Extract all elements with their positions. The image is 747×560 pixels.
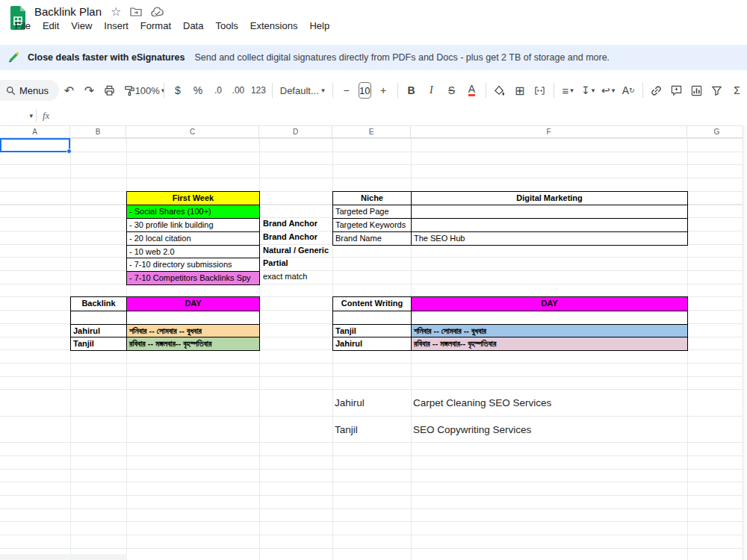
redo-button[interactable]: ↷	[80, 81, 99, 100]
niche-value-cell[interactable]: The SEO Hub	[412, 231, 687, 245]
schedule-name-cell[interactable]: Jahirul	[71, 324, 127, 337]
schedule-days-cell[interactable]: রবিবার -- মঙ্গলবার-- বৃহস্পতিবার	[412, 337, 687, 350]
print-button[interactable]	[100, 81, 119, 100]
undo-button[interactable]: ↶	[60, 81, 78, 100]
name-box[interactable]: ▾	[0, 108, 33, 124]
empty-cell[interactable]	[127, 311, 259, 324]
text-rotation-button[interactable]: A↻	[619, 81, 638, 100]
menus-search-pill[interactable]: Menus	[0, 80, 59, 101]
add-comment-button[interactable]	[667, 81, 686, 100]
increase-font-size-button[interactable]: +	[374, 81, 393, 100]
menu-view[interactable]: View	[65, 19, 98, 33]
schedule-header-cell[interactable]: Content Writing	[333, 297, 412, 311]
task-cell[interactable]: - 7-10 Competitors Backlinks Spy	[127, 271, 259, 284]
decrease-font-size-button[interactable]: −	[337, 81, 356, 100]
niche-label-cell[interactable]: Targeted Page	[333, 205, 412, 218]
text-wrap-button[interactable]: ↩▾	[599, 81, 618, 100]
assignment-row[interactable]: Jahirul Carpet Cleaning SEO Services	[0, 390, 743, 416]
task-cell[interactable]: - 7-10 directory submissions	[127, 258, 259, 271]
font-selector[interactable]: Default...▾	[277, 81, 328, 100]
banner-body: Send and collect digital signatures dire…	[195, 52, 610, 63]
empty-cell[interactable]	[333, 311, 412, 324]
assignment-name-cell[interactable]: Jahirul	[335, 390, 365, 416]
move-to-folder-icon[interactable]	[130, 7, 142, 17]
font-size-input[interactable]: 10	[359, 82, 371, 99]
fill-handle[interactable]	[66, 149, 72, 154]
anchor-note-cell[interactable]: exact match	[263, 270, 329, 284]
column-header-f[interactable]: F	[411, 126, 687, 137]
schedule-header-cell[interactable]: Backlink	[71, 297, 127, 311]
empty-cell[interactable]	[412, 311, 687, 324]
menu-file[interactable]: File	[9, 19, 37, 33]
column-header-e[interactable]: E	[332, 126, 411, 137]
format-currency-button[interactable]: $	[168, 81, 187, 100]
assignment-project-cell[interactable]: Carpet Cleaning SEO Services	[413, 390, 551, 416]
format-percent-button[interactable]: %	[188, 81, 207, 100]
column-header-d[interactable]: D	[259, 126, 332, 137]
niche-label-cell[interactable]: Niche	[333, 192, 412, 205]
task-cell[interactable]: - 10 web 2.0	[127, 245, 259, 258]
formula-input[interactable]	[49, 106, 747, 125]
text-color-button[interactable]: A	[462, 81, 481, 100]
schedule-days-cell[interactable]: রবিবার -- মঙ্গলবার-- বৃহস্পতিবার	[127, 337, 259, 350]
assignment-project-cell[interactable]: SEO Copywriting Services	[413, 417, 531, 443]
merge-cells-button[interactable]	[530, 81, 549, 100]
niche-value-cell[interactable]: Digital Marketing	[412, 192, 687, 205]
niche-value-cell[interactable]	[412, 205, 687, 218]
anchor-note-cell[interactable]: Brand Anchor	[263, 217, 329, 231]
column-header-b[interactable]: B	[70, 126, 126, 137]
strikethrough-button[interactable]: S	[442, 81, 461, 100]
schedule-name-cell[interactable]: Tanjil	[71, 337, 127, 350]
schedule-name-cell[interactable]: Tanjil	[333, 324, 412, 337]
task-cell[interactable]: - Social Shares (100+)	[127, 205, 259, 218]
borders-button[interactable]: ⊞	[510, 81, 529, 100]
insert-chart-button[interactable]	[687, 81, 706, 100]
niche-label-cell[interactable]: Targeted Keywords	[333, 218, 412, 231]
menu-insert[interactable]: Insert	[98, 19, 134, 33]
insert-link-button[interactable]	[647, 81, 666, 100]
column-header-g[interactable]: G	[687, 126, 747, 137]
menu-edit[interactable]: Edit	[37, 19, 65, 33]
zoom-control[interactable]: 100%▾	[140, 81, 159, 100]
schedule-days-cell[interactable]: শনিবার -- সোমবার -- বুধবার	[412, 324, 687, 337]
anchor-note-cell[interactable]: Natural / Generic	[263, 244, 329, 258]
selected-cell-a1[interactable]	[0, 138, 70, 152]
task-cell[interactable]: - 20 local citation	[127, 231, 259, 245]
assignment-name-cell[interactable]: Tanjil	[335, 417, 358, 443]
menu-extensions[interactable]: Extensions	[244, 19, 304, 33]
first-week-header-cell[interactable]: First Week	[127, 192, 259, 205]
menu-format[interactable]: Format	[134, 19, 177, 33]
menu-tools[interactable]: Tools	[209, 19, 244, 33]
functions-button[interactable]: Σ	[728, 81, 746, 100]
bold-button[interactable]: B	[402, 81, 421, 100]
document-title[interactable]: Backlink Plan	[34, 5, 102, 18]
schedule-day-header-cell[interactable]: DAY	[412, 297, 687, 311]
fill-color-button[interactable]	[490, 81, 509, 100]
anchor-note-cell[interactable]: Partial	[263, 257, 329, 270]
column-header-c[interactable]: C	[126, 126, 259, 137]
task-cell[interactable]: - 30 profile link building	[127, 218, 259, 231]
cloud-saved-icon[interactable]	[151, 7, 164, 17]
italic-button[interactable]: I	[422, 81, 441, 100]
grid-body[interactable]: Jahirul Carpet Cleaning SEO Services Tan…	[0, 138, 747, 560]
assignment-row[interactable]: Tanjil SEO Copywriting Services	[0, 417, 743, 443]
vertical-align-button[interactable]: ↧▾	[579, 81, 598, 100]
niche-label-cell[interactable]: Brand Name	[333, 231, 412, 245]
star-icon[interactable]: ☆	[111, 4, 121, 19]
horizontal-align-button[interactable]: ≡▾	[559, 81, 577, 100]
decrease-decimal-button[interactable]: .0	[208, 81, 227, 100]
empty-cell[interactable]	[71, 311, 127, 324]
more-formats-button[interactable]: 123	[249, 81, 267, 100]
menu-data[interactable]: Data	[177, 19, 209, 33]
schedule-name-cell[interactable]: Jahirul	[333, 337, 412, 350]
schedule-days-cell[interactable]: শনিবার -- সোমবার -- বুধবার	[127, 324, 259, 337]
schedule-day-header-cell[interactable]: DAY	[127, 297, 259, 311]
fx-label: fx	[43, 110, 49, 122]
increase-decimal-button[interactable]: .00	[229, 81, 247, 100]
vertical-scrollbar[interactable]	[743, 125, 747, 560]
anchor-note-cell[interactable]: Brand Anchor	[263, 231, 329, 244]
menu-help[interactable]: Help	[303, 19, 335, 33]
column-header-a[interactable]: A	[0, 126, 70, 137]
niche-value-cell[interactable]	[412, 218, 687, 231]
create-filter-button[interactable]	[707, 81, 726, 100]
